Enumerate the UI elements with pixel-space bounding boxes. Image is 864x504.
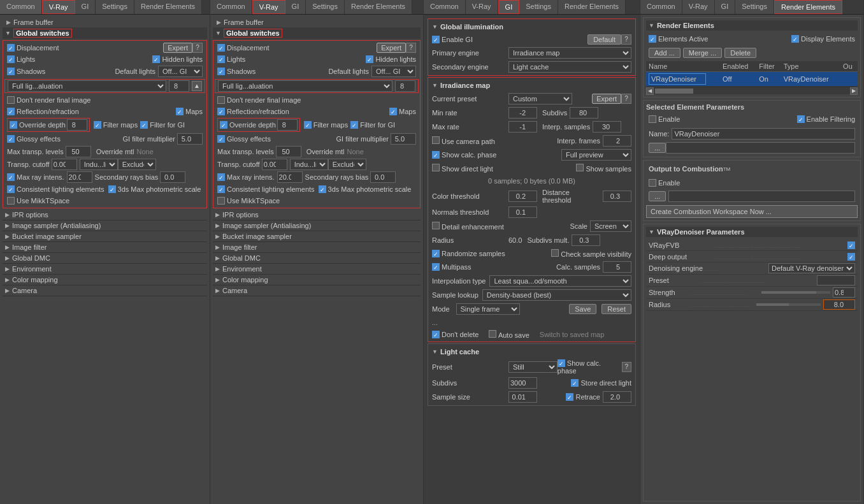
photometric-check-p2[interactable] <box>319 185 326 193</box>
lc-show-calc-check[interactable] <box>558 359 565 367</box>
vrd-strength-slider[interactable] <box>761 291 831 294</box>
refl-check-p2[interactable] <box>217 108 225 115</box>
ir-expert-btn[interactable]: Expert <box>592 94 621 104</box>
delete-btn[interactable]: Delete <box>724 48 756 58</box>
normals-threshold-num[interactable] <box>508 206 537 218</box>
retrace-check[interactable] <box>566 393 573 401</box>
show-calc-check[interactable] <box>432 151 440 159</box>
detail-enhancement-check[interactable] <box>432 222 440 229</box>
bucket-image-sampler-p2[interactable]: ▶ Bucket image sampler <box>213 231 421 242</box>
combustion-path-input[interactable] <box>668 191 855 202</box>
dont-delete-check[interactable] <box>432 331 440 338</box>
max-rate-num[interactable] <box>508 121 537 133</box>
tab-vray-p3[interactable]: V-Ray <box>466 0 498 14</box>
check-sample-check[interactable] <box>551 249 559 257</box>
gi-filter-num-p1[interactable] <box>177 133 203 145</box>
add-btn[interactable]: Add ... <box>649 48 680 58</box>
vrd-header[interactable]: ▼ VRayDenoiser Parameters <box>646 227 858 237</box>
randomize-check[interactable] <box>432 250 440 257</box>
row-name-input[interactable] <box>649 73 706 85</box>
interp-frames-num[interactable] <box>603 135 631 147</box>
max-transp-num-p1[interactable] <box>66 146 91 157</box>
display-elements-check[interactable] <box>791 35 799 43</box>
global-dmc-p1[interactable]: ▶ Global DMC <box>3 253 207 264</box>
subdivs-mult-num[interactable] <box>572 234 600 246</box>
mikk-check-p2[interactable] <box>217 197 225 205</box>
merge-btn[interactable]: Merge ... <box>683 48 722 58</box>
vrd-deep-check[interactable] <box>847 253 855 261</box>
full-lig-num-p2[interactable] <box>395 80 415 92</box>
filter-maps-check-p2[interactable] <box>304 121 312 129</box>
sep-dots-btn[interactable]: ... <box>649 143 666 153</box>
filter-gi-check-p2[interactable] <box>350 121 358 129</box>
primary-engine-select[interactable]: Irradiance map <box>508 47 631 59</box>
displacement-check-p2[interactable] <box>217 44 225 52</box>
consistent-check-p2[interactable] <box>217 185 225 193</box>
maps-check-p2[interactable] <box>389 108 397 115</box>
camera-p2[interactable]: ▶ Camera <box>213 285 421 296</box>
max-ray-check-p1[interactable] <box>7 173 15 181</box>
auto-save-check[interactable] <box>489 330 496 338</box>
current-preset-select[interactable]: Custom <box>508 93 572 104</box>
lights-check-p2[interactable] <box>217 55 225 63</box>
detail-scale-select[interactable]: Screen <box>590 220 631 232</box>
dont-render-check-p1[interactable] <box>7 96 15 104</box>
gi-help-btn[interactable]: ? <box>621 34 631 45</box>
image-sampler-p1[interactable]: ▶ Image sampler (Antialiasing) <box>3 220 207 231</box>
help-btn-p2[interactable]: ? <box>406 43 416 53</box>
tab-render-elements-p3[interactable]: Render Elements <box>558 0 626 14</box>
tab-gi-p4[interactable]: GI <box>715 0 736 14</box>
override-check-p2[interactable] <box>220 121 227 129</box>
combustion-dots-btn[interactable]: ... <box>649 191 666 201</box>
vrd-preset-input[interactable] <box>817 275 855 285</box>
calc-samples-num[interactable] <box>603 261 631 273</box>
tab-vray-p4[interactable]: V-Ray <box>682 0 715 14</box>
vrd-strength-num[interactable] <box>833 287 855 298</box>
vrd-engine-select[interactable]: Default V-Ray denoiser <box>768 263 855 273</box>
exclude-list-p2[interactable]: Exclude... <box>328 159 366 170</box>
interp-type-select[interactable]: Least squa...od/smooth <box>489 275 631 287</box>
tab-settings-p1[interactable]: Settings <box>96 0 134 14</box>
reset-btn[interactable]: Reset <box>601 304 631 314</box>
h-scroll-left[interactable]: ◀ <box>646 87 654 95</box>
vrd-radius-num[interactable] <box>823 299 855 310</box>
default-lights-select-p1[interactable]: Off... GI <box>158 66 203 77</box>
re-header[interactable]: ▼ Render Elements <box>646 20 858 31</box>
h-scroll-thumb[interactable] <box>655 89 693 94</box>
create-combustion-btn[interactable]: Create Combustion Workspace Now ... <box>646 205 858 218</box>
bucket-image-sampler-p1[interactable]: ▶ Bucket image sampler <box>3 231 207 242</box>
lc-subdivs-num[interactable] <box>508 377 537 389</box>
show-calc-select[interactable]: Full preview <box>561 149 631 161</box>
global-switches-header-p1[interactable]: ▼ Global switches <box>3 27 207 39</box>
default-btn[interactable]: Default <box>587 34 621 45</box>
sep-name-input[interactable] <box>672 128 855 140</box>
lc-preset-select[interactable]: Still <box>508 361 558 373</box>
filter-maps-check-p1[interactable] <box>94 121 101 129</box>
ipr-options-p1[interactable]: ▶ IPR options <box>3 210 207 220</box>
frame-buffer-p2[interactable]: ▶ Frame buffer <box>213 17 421 27</box>
full-lig-spinner-up-p1[interactable]: ▲ <box>192 81 202 91</box>
tab-vray-p1[interactable]: V-Ray <box>42 0 75 14</box>
glossy-check-p1[interactable] <box>7 135 15 143</box>
expert-btn-p2[interactable]: Expert <box>377 43 406 53</box>
displacement-check-p1[interactable] <box>7 44 15 52</box>
tab-render-elements-p1[interactable]: Render Elements <box>134 0 202 14</box>
sep-enable-check[interactable] <box>649 115 656 123</box>
mode-select[interactable]: Single frame <box>456 303 520 315</box>
image-filter-p2[interactable]: ▶ Image filter <box>213 242 421 253</box>
image-sampler-p2[interactable]: ▶ Image sampler (Antialiasing) <box>213 220 421 231</box>
tab-common-p4[interactable]: Common <box>640 0 682 14</box>
tab-settings-p4[interactable]: Settings <box>735 0 774 14</box>
vrd-radius-slider[interactable] <box>756 303 821 306</box>
override-num-p1[interactable] <box>67 119 87 131</box>
dist-threshold-num[interactable] <box>603 191 631 202</box>
color-mapping-p1[interactable]: ▶ Color mapping <box>3 275 207 285</box>
tab-common-p1[interactable]: Common <box>0 0 42 14</box>
tab-gi-p3[interactable]: GI <box>498 0 520 14</box>
glossy-check-p2[interactable] <box>217 135 225 143</box>
vrd-fvb-check[interactable] <box>847 241 855 249</box>
sec-ray-num-p1[interactable] <box>160 171 185 183</box>
environment-p1[interactable]: ▶ Environment <box>3 264 207 275</box>
exclude-list-p1[interactable]: Exclude... <box>118 159 156 170</box>
lights-check-p1[interactable] <box>7 55 15 63</box>
